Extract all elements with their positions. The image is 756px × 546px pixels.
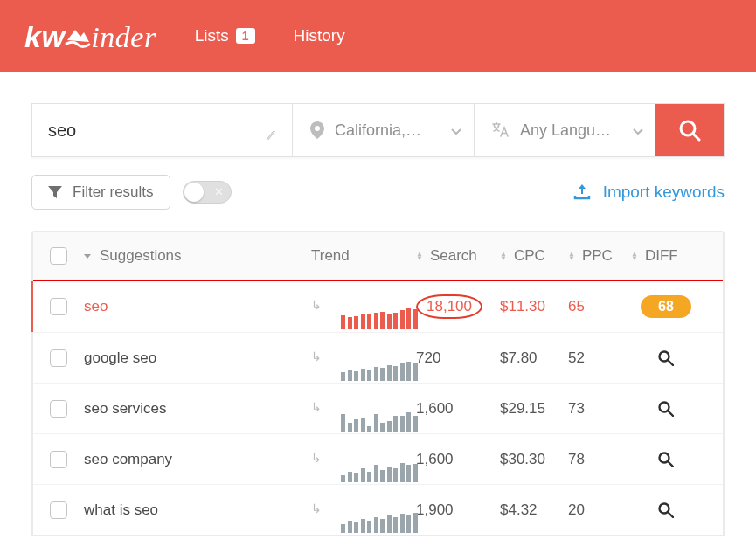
filter-results-button[interactable]: Filter results: [31, 175, 170, 210]
row-checkbox[interactable]: [50, 451, 67, 468]
search-volume-cell: 18,100: [416, 294, 500, 319]
search-volume-cell: 1,600: [416, 400, 500, 418]
logo-icon: [63, 23, 93, 52]
sort-icon: ▲▼: [416, 252, 423, 260]
diff-pill: 68: [641, 295, 691, 318]
search-row: California,… Any Langu…: [31, 103, 725, 157]
svg-line-5: [669, 411, 674, 416]
ppc-cell: 78: [568, 451, 631, 468]
table-header: Suggestions Trend ▲▼Search ▲▼CPC ▲▼PPC ▲…: [33, 232, 723, 281]
row-checkbox[interactable]: [50, 298, 67, 315]
upload-icon: [573, 184, 591, 200]
search-volume-cell: 720: [416, 349, 500, 367]
trend-cell: ↳: [311, 449, 416, 470]
chevron-down-icon: [451, 121, 461, 140]
col-ppc[interactable]: ▲▼PPC: [568, 247, 631, 265]
cpc-cell: $30.30: [500, 451, 568, 468]
import-keywords-link[interactable]: Import keywords: [573, 183, 725, 202]
ppc-cell: 73: [568, 400, 631, 418]
search-icon: [678, 119, 701, 142]
toggle-knob: [184, 183, 204, 202]
ppc-cell: 65: [568, 298, 631, 315]
indent-icon: ↳: [311, 451, 322, 465]
table-row[interactable]: seo↳18,100$11.306568: [31, 281, 723, 332]
sparkline: [341, 360, 418, 381]
search-icon: [658, 452, 674, 467]
search-volume-cell: 1,600: [416, 451, 500, 468]
sparkline: [341, 512, 418, 533]
nav-lists-badge: 1: [236, 28, 255, 44]
svg-line-9: [669, 512, 674, 517]
nav-lists[interactable]: Lists 1: [195, 26, 255, 45]
analyze-button[interactable]: [654, 498, 678, 522]
indent-icon: ↳: [311, 298, 322, 312]
diff-cell: [631, 447, 701, 472]
svg-line-7: [669, 461, 674, 467]
diff-cell: [631, 397, 701, 421]
table-row[interactable]: seo services↳1,600$29.1573: [33, 383, 723, 433]
results-table: Suggestions Trend ▲▼Search ▲▼CPC ▲▼PPC ▲…: [31, 231, 725, 536]
svg-line-3: [669, 360, 674, 365]
location-dropdown[interactable]: California,…: [292, 104, 474, 156]
nav-history-label: History: [294, 26, 345, 45]
language-icon: [492, 122, 510, 138]
search-icon: [658, 502, 674, 518]
search-box[interactable]: [32, 104, 292, 156]
sparkline: [341, 308, 418, 329]
trend-cell: ↳: [311, 500, 416, 521]
col-cpc[interactable]: ▲▼CPC: [500, 247, 568, 265]
row-checkbox[interactable]: [50, 400, 67, 418]
location-pin-icon: [310, 121, 324, 139]
language-text: Any Langu…: [520, 121, 622, 140]
indent-icon: ↳: [311, 501, 322, 515]
filter-toggle[interactable]: ✕: [183, 181, 232, 204]
keyword-cell: google seo: [84, 349, 311, 367]
search-icon: [658, 401, 674, 417]
select-all-checkbox[interactable]: [50, 247, 67, 265]
sort-icon: ▲▼: [631, 252, 638, 260]
search-button[interactable]: [655, 104, 724, 156]
trend-cell: ↳: [311, 296, 416, 317]
logo[interactable]: kw inder: [24, 17, 156, 54]
cpc-cell: $4.32: [500, 501, 568, 519]
col-diff[interactable]: ▲▼DIFF: [631, 247, 701, 265]
topbar: kw inder Lists 1 History: [0, 0, 756, 72]
keyword-input[interactable]: [48, 121, 271, 141]
table-row[interactable]: what is seo↳1,900$4.3220: [33, 484, 723, 535]
analyze-button[interactable]: [654, 346, 678, 370]
trend-cell: ↳: [311, 348, 416, 369]
nav-history[interactable]: History: [294, 26, 345, 45]
table-row[interactable]: seo company↳1,600$30.3078: [33, 433, 723, 484]
toggle-x-icon: ✕: [214, 185, 224, 198]
row-checkbox[interactable]: [50, 501, 67, 519]
svg-line-1: [693, 134, 699, 140]
keyword-cell: seo company: [84, 451, 311, 468]
diff-cell: [631, 346, 701, 370]
cpc-cell: $11.30: [500, 298, 568, 315]
search-icon: [658, 350, 674, 366]
cpc-cell: $7.80: [500, 349, 568, 367]
ppc-cell: 52: [568, 349, 631, 367]
nav-lists-label: Lists: [195, 26, 229, 45]
table-row[interactable]: google seo↳720$7.8052: [33, 332, 723, 383]
filter-label: Filter results: [73, 183, 154, 201]
filter-row: Filter results ✕ Import keywords: [31, 175, 725, 210]
analyze-button[interactable]: [654, 397, 678, 421]
diff-cell: 68: [631, 295, 701, 318]
ppc-cell: 20: [568, 501, 631, 519]
analyze-button[interactable]: [654, 447, 678, 472]
col-suggestions[interactable]: Suggestions: [84, 247, 311, 265]
trend-cell: ↳: [311, 398, 416, 419]
language-dropdown[interactable]: Any Langu…: [474, 104, 655, 156]
chevron-down-icon: [633, 121, 643, 140]
col-trend: Trend: [311, 247, 416, 265]
sort-icon: ▲▼: [500, 252, 507, 260]
sparkline: [341, 461, 418, 482]
sparkline: [341, 411, 418, 432]
col-search[interactable]: ▲▼Search: [416, 247, 500, 265]
sort-icon: ▲▼: [568, 252, 575, 260]
import-label: Import keywords: [603, 183, 725, 202]
location-text: California,…: [335, 121, 440, 140]
row-checkbox[interactable]: [50, 349, 67, 367]
cpc-cell: $29.15: [500, 400, 568, 418]
